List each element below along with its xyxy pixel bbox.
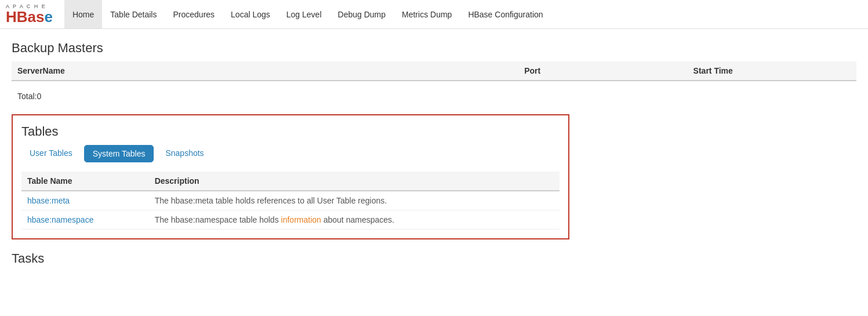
- table-name-cell: hbase:namespace: [21, 210, 149, 230]
- nav-hbase-config[interactable]: HBase Configuration: [460, 0, 551, 28]
- backup-masters-table: ServerName Port Start Time: [12, 61, 856, 81]
- tables-section: Tables User Tables System Tables Snapsho…: [12, 114, 569, 239]
- tasks-title: Tasks: [12, 251, 856, 266]
- nav-procedures[interactable]: Procedures: [165, 0, 223, 28]
- col-header-table-name: Table Name: [21, 172, 149, 191]
- tables-title: Tables: [21, 124, 560, 139]
- logo-hbase-text: HBase: [6, 8, 53, 26]
- nav-log-level[interactable]: Log Level: [278, 0, 330, 28]
- col-header-description: Description: [149, 172, 560, 191]
- nav-home[interactable]: Home: [64, 0, 102, 28]
- desc-text-before: The hbase:namespace table holds: [155, 215, 281, 224]
- nav-debug-dump[interactable]: Debug Dump: [330, 0, 394, 28]
- nav-items: Home Table Details Procedures Local Logs…: [64, 0, 551, 28]
- system-tables-table: Table Name Description hbase:meta The hb…: [21, 172, 560, 230]
- navbar: A P A C H E HBase Home Table Details Pro…: [0, 0, 868, 29]
- table-row: hbase:namespace The hbase:namespace tabl…: [21, 210, 560, 230]
- page-content: Backup Masters ServerName Port Start Tim…: [0, 29, 868, 278]
- table-name-link-namespace[interactable]: hbase:namespace: [27, 215, 93, 224]
- backup-masters-total: Total:0: [12, 87, 856, 106]
- tab-user-tables[interactable]: User Tables: [21, 145, 81, 162]
- table-desc-cell-namespace: The hbase:namespace table holds informat…: [149, 210, 560, 230]
- nav-local-logs[interactable]: Local Logs: [223, 0, 278, 28]
- tables-tab-bar: User Tables System Tables Snapshots: [21, 145, 560, 162]
- table-row: hbase:meta The hbase:meta table holds re…: [21, 191, 560, 210]
- tab-snapshots[interactable]: Snapshots: [157, 145, 212, 162]
- backup-masters-title: Backup Masters: [12, 41, 856, 56]
- col-header-time: Start Time: [688, 61, 856, 81]
- col-header-port: Port: [518, 61, 687, 81]
- desc-text-highlight: information: [281, 215, 321, 224]
- table-name-cell: hbase:meta: [21, 191, 149, 210]
- nav-table-details[interactable]: Table Details: [102, 0, 165, 28]
- nav-metrics-dump[interactable]: Metrics Dump: [394, 0, 460, 28]
- col-header-server: ServerName: [12, 61, 518, 81]
- tab-system-tables[interactable]: System Tables: [84, 145, 154, 162]
- table-desc-cell-meta: The hbase:meta table holds references to…: [149, 191, 560, 210]
- table-name-link-meta[interactable]: hbase:meta: [27, 196, 70, 205]
- logo: A P A C H E HBase: [6, 4, 53, 24]
- desc-text-after: about namespaces.: [321, 215, 394, 224]
